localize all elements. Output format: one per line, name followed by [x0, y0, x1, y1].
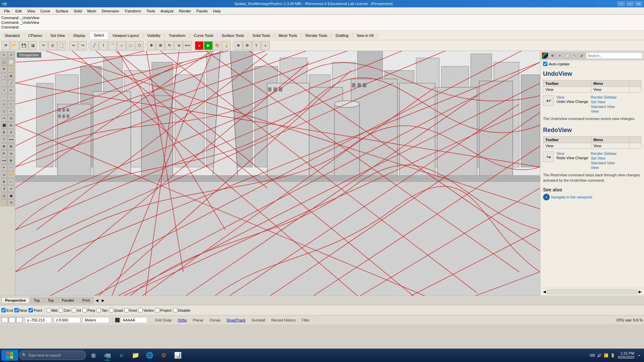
- toolbar-icon-cut[interactable]: ✂: [39, 41, 48, 50]
- taskbar-app5[interactable]: 📊: [171, 349, 184, 361]
- vp-tab-parallel[interactable]: Parallel: [58, 297, 78, 303]
- rp-icon-1[interactable]: ▪: [542, 52, 548, 59]
- toolbar-icon-cycle[interactable]: ⟳: [1, 41, 10, 50]
- tool-dimension[interactable]: ⟷: [8, 136, 14, 143]
- tab-visibility[interactable]: Visibility: [143, 33, 165, 39]
- taskbar-search-box[interactable]: 🔍 Type here to search: [19, 351, 86, 360]
- taskbar-explorer[interactable]: 📁: [129, 349, 142, 361]
- command-input[interactable]: [19, 25, 87, 29]
- toolbar-icon-shade[interactable]: ●: [195, 41, 204, 50]
- undo-link-view[interactable]: View: [556, 95, 588, 99]
- menu-mesh[interactable]: Mesh: [85, 8, 99, 14]
- redo-standard-view[interactable]: Standard View: [591, 161, 617, 165]
- toolbar-icon-move[interactable]: ✥: [147, 41, 156, 50]
- tool-rotate[interactable]: ↻: [1, 150, 7, 157]
- gumball-toggle[interactable]: Gumball: [250, 317, 267, 323]
- undo-standard-view[interactable]: Standard View: [591, 105, 617, 109]
- tool-point[interactable]: ·: [1, 80, 7, 86]
- menu-surface[interactable]: Surface: [53, 8, 71, 14]
- tool-surface[interactable]: ⬛: [1, 122, 7, 129]
- toolbar-icon-arc[interactable]: ⌒: [108, 41, 117, 50]
- filter-toggle[interactable]: Filter: [300, 317, 312, 323]
- grid-snap-toggle[interactable]: Grid Snap: [153, 317, 174, 323]
- vp-tab-top2[interactable]: Top: [44, 297, 58, 303]
- redo-render-sidebar[interactable]: Render Sidebar: [591, 152, 617, 156]
- toolbar-icon-snap[interactable]: ⊕: [234, 41, 243, 50]
- tab-viewport-layout[interactable]: Viewport Layout: [108, 33, 143, 39]
- tab-drafting[interactable]: Drafting: [331, 33, 353, 39]
- menu-tools[interactable]: Tools: [144, 8, 158, 14]
- show-desktop[interactable]: ▪: [637, 353, 640, 357]
- redo-view-link2[interactable]: View: [591, 166, 617, 170]
- toolbar-icon-copy[interactable]: ⎘: [48, 41, 57, 50]
- tab-select[interactable]: Select: [90, 32, 109, 39]
- snap-cen-checkbox[interactable]: [59, 308, 63, 312]
- tool-rect[interactable]: □: [8, 101, 14, 108]
- menu-transform[interactable]: Transform: [122, 8, 144, 14]
- toolbar-icon-circle[interactable]: ○: [117, 41, 126, 50]
- redo-set-view[interactable]: Set View: [591, 156, 617, 160]
- see-also-navigate[interactable]: Navigate in the viewports: [551, 195, 592, 199]
- snap-point-checkbox[interactable]: [29, 308, 33, 312]
- vp-arrow-right[interactable]: ▶: [100, 298, 106, 303]
- toolbar-icon-save[interactable]: 💾: [19, 41, 28, 50]
- tool-extrude[interactable]: ⬆: [1, 129, 7, 136]
- tool-interpcrv[interactable]: 〜: [1, 115, 7, 122]
- tab-mesh-tools[interactable]: Mesh Tools: [274, 33, 301, 39]
- tool-mirror2[interactable]: ⟺: [1, 157, 7, 164]
- tab-render-tools[interactable]: Render Tools: [302, 33, 332, 39]
- tool-boolean[interactable]: ⊕: [1, 178, 7, 185]
- toolbar-icon-saveas[interactable]: 🖫: [29, 41, 37, 50]
- tool-array[interactable]: ⊞: [8, 157, 14, 164]
- tool-arc[interactable]: ⌒: [1, 94, 7, 101]
- tool-history[interactable]: ⏱: [8, 199, 14, 206]
- smarttrack-toggle[interactable]: SmartTrack: [224, 317, 247, 323]
- task-view-button[interactable]: ⊞: [87, 349, 100, 361]
- menu-view[interactable]: View: [24, 8, 38, 14]
- toolbar-icon-polyline[interactable]: ⌇: [99, 41, 108, 50]
- redo-link-view[interactable]: View: [556, 152, 588, 156]
- tool-move[interactable]: ✥: [1, 143, 7, 150]
- tab-display[interactable]: Display: [69, 33, 90, 39]
- rp-icon-3[interactable]: ≡: [556, 52, 563, 59]
- tab-solid-tools[interactable]: Solid Tools: [248, 33, 274, 39]
- toolbar-icon-polygon[interactable]: ⬡: [135, 41, 144, 50]
- tray-icon-4[interactable]: 🔋: [610, 353, 615, 358]
- tool-scale[interactable]: ⇲: [8, 150, 14, 157]
- menu-analyze[interactable]: Analyze: [158, 8, 176, 14]
- tray-icon-2[interactable]: 🔊: [597, 353, 602, 358]
- tool-measure[interactable]: 📏: [1, 199, 7, 206]
- tool-properties[interactable]: ℹ: [1, 185, 7, 192]
- scroll-right[interactable]: ▶: [639, 290, 641, 294]
- scroll-bar[interactable]: [547, 290, 637, 294]
- toolbar-icon-light[interactable]: 💡: [222, 41, 231, 50]
- snap-perp-checkbox[interactable]: [83, 308, 87, 312]
- tool-extend[interactable]: ↔: [8, 164, 14, 171]
- coord-input-1[interactable]: [1, 317, 8, 323]
- tool-pan[interactable]: ✋: [8, 66, 14, 72]
- taskbar-ie[interactable]: ℯ: [115, 349, 128, 361]
- tool-trim[interactable]: ✂: [1, 164, 7, 171]
- tool-zoomwindow[interactable]: ⊞: [8, 73, 14, 79]
- tool-freehand[interactable]: ✏: [8, 87, 14, 94]
- taskbar-app4[interactable]: ⚙: [157, 349, 170, 361]
- tool-helix[interactable]: Ω: [8, 115, 14, 122]
- tab-standard[interactable]: Standard: [1, 33, 24, 39]
- viewport-area[interactable]: Perspective: [15, 51, 540, 296]
- tool-rotate-view[interactable]: ⟳: [1, 66, 7, 72]
- menu-panels[interactable]: Panels: [194, 8, 211, 14]
- scroll-left[interactable]: ◀: [543, 290, 546, 294]
- ortho-toggle[interactable]: Ortho: [176, 317, 189, 323]
- toolbar-icon-render[interactable]: ▶: [204, 41, 213, 50]
- tool-zoom[interactable]: 🔍: [1, 73, 7, 79]
- snap-project-checkbox[interactable]: [155, 308, 159, 312]
- record-history-toggle[interactable]: Record History: [269, 317, 298, 323]
- toolbar-icon-add[interactable]: +: [261, 41, 270, 50]
- undo-set-view[interactable]: Set View: [591, 100, 617, 104]
- vp-tab-top1[interactable]: Top: [30, 297, 44, 303]
- toolbar-icon-rectangle[interactable]: □: [126, 41, 135, 50]
- snap-tan-checkbox[interactable]: [97, 308, 101, 312]
- snap-vertex-checkbox[interactable]: [138, 308, 143, 312]
- vp-arrow-left[interactable]: ◀: [94, 298, 100, 303]
- undo-render-sidebar[interactable]: Render Sidebar: [591, 95, 617, 99]
